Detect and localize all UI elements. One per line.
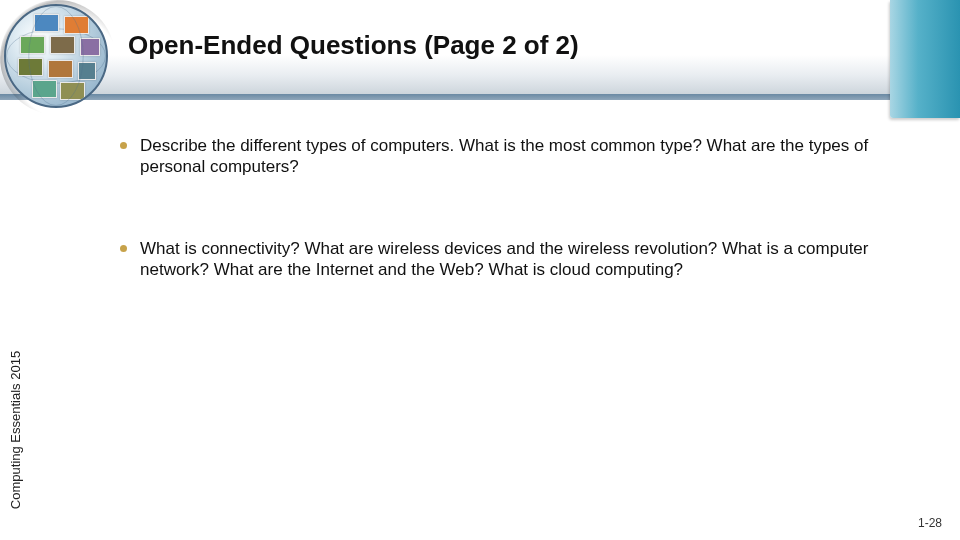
slide: Open-Ended Questions (Page 2 of 2) Compu…	[0, 0, 960, 540]
bullet-text: What is connectivity? What are wireless …	[140, 239, 868, 279]
book-title-vertical: Computing Essentials 2015	[6, 340, 24, 520]
globe-tile	[48, 60, 73, 78]
bullet-item: What is connectivity? What are wireless …	[120, 238, 900, 281]
logo-globe	[0, 0, 115, 115]
globe-tile	[34, 14, 59, 32]
right-ribbon	[890, 0, 960, 118]
globe-tile	[80, 38, 100, 56]
globe-tile	[64, 16, 89, 34]
globe-tile	[50, 36, 75, 54]
globe-tile	[32, 80, 57, 98]
bullet-item: Describe the different types of computer…	[120, 135, 900, 178]
globe-tile	[78, 62, 96, 80]
globe-tile	[60, 82, 85, 100]
bullet-text: Describe the different types of computer…	[140, 136, 868, 176]
globe-tile	[20, 36, 45, 54]
book-title-label: Computing Essentials 2015	[8, 351, 23, 509]
slide-title: Open-Ended Questions (Page 2 of 2)	[128, 30, 579, 61]
body-content: Describe the different types of computer…	[120, 135, 900, 340]
header-rule	[0, 94, 960, 100]
globe-tile	[18, 58, 43, 76]
page-number: 1-28	[918, 516, 942, 530]
